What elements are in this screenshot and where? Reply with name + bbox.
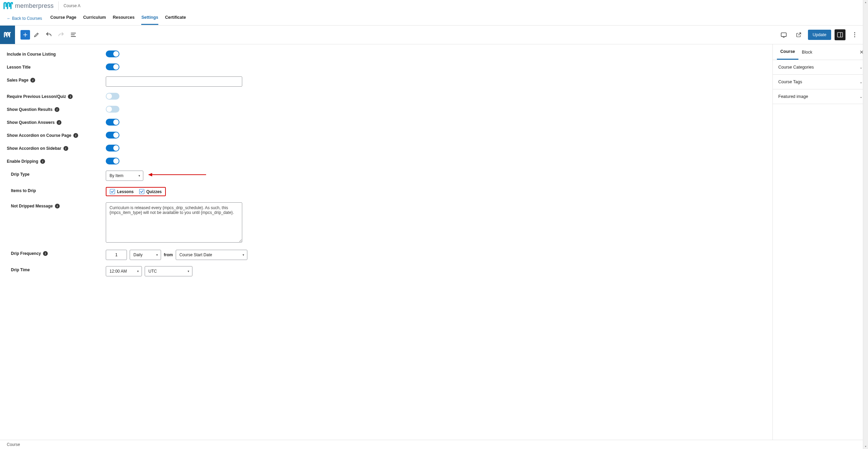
panel-featured-image[interactable]: Featured image ⌄: [773, 89, 868, 104]
info-icon[interactable]: i: [43, 251, 48, 256]
chevron-down-icon: ⌄: [859, 95, 863, 99]
drip-time-value: 12:00 AM: [110, 269, 127, 274]
drip-frequency-from-value: Course Start Date: [179, 252, 212, 257]
tab-curriculum[interactable]: Curriculum: [83, 12, 106, 25]
panel-label: Featured image: [778, 94, 808, 99]
info-icon[interactable]: i: [57, 120, 61, 125]
include-listing-label: Include in Course Listing: [7, 52, 56, 57]
sidebar-tab-course[interactable]: Course: [777, 44, 798, 60]
course-title: Course A: [58, 1, 80, 10]
items-to-drip-label: Items to Drip: [11, 188, 36, 193]
require-prev-toggle[interactable]: [106, 93, 119, 100]
info-icon[interactable]: i: [68, 94, 73, 99]
lesson-title-toggle[interactable]: [106, 63, 119, 70]
sidebar-tab-block[interactable]: Block: [798, 44, 816, 60]
enable-dripping-toggle[interactable]: [106, 158, 119, 164]
not-dripped-label: Not Dripped Message: [11, 204, 53, 208]
not-dripped-textarea[interactable]: [106, 202, 242, 243]
vertical-scrollbar[interactable]: [863, 0, 868, 446]
memberpress-icon: [3, 2, 13, 10]
svg-point-3: [854, 32, 855, 33]
tab-resources[interactable]: Resources: [113, 12, 134, 25]
panel-label: Course Categories: [778, 65, 814, 70]
chevron-down-icon: ▾: [156, 253, 158, 257]
svg-point-4: [854, 34, 855, 35]
undo-icon[interactable]: [43, 29, 55, 41]
show-acc-course-label: Show Accordion on Course Page: [7, 133, 71, 138]
drip-frequency-label: Drip Frequency: [11, 251, 41, 256]
chevron-down-icon: ▾: [139, 174, 140, 177]
drip-frequency-from-select[interactable]: Course Start Date ▾: [176, 250, 247, 260]
info-icon[interactable]: i: [63, 146, 68, 151]
chevron-down-icon: ▾: [137, 270, 139, 273]
include-listing-toggle[interactable]: [106, 50, 119, 57]
panel-course-tags[interactable]: Course Tags ⌄: [773, 75, 868, 89]
drip-timezone-value: UTC: [148, 269, 157, 274]
info-icon[interactable]: i: [30, 78, 35, 83]
brand-text: memberpress: [15, 2, 54, 10]
quizzes-checkbox-label: Quizzes: [146, 189, 162, 194]
show-acc-course-toggle[interactable]: [106, 132, 119, 139]
svg-rect-0: [781, 33, 786, 37]
panel-label: Course Tags: [778, 79, 802, 84]
show-q-answers-toggle[interactable]: [106, 119, 119, 126]
chevron-down-icon: ⌄: [859, 65, 863, 70]
drip-time-select[interactable]: 12:00 AM ▾: [106, 266, 142, 276]
drip-type-value: By Item: [110, 173, 124, 178]
panel-course-categories[interactable]: Course Categories ⌄: [773, 60, 868, 75]
sales-page-label: Sales Page: [7, 78, 28, 83]
svg-point-5: [854, 37, 855, 38]
show-q-results-label: Show Question Results: [7, 107, 53, 112]
lessons-checkbox[interactable]: [110, 189, 115, 194]
require-prev-label: Require Previous Lesson/Quiz: [7, 94, 66, 99]
drip-type-select[interactable]: By Item ▾: [106, 171, 143, 181]
tab-certificate[interactable]: Certificate: [165, 12, 186, 25]
back-to-courses-link[interactable]: ← Back to Courses: [7, 16, 42, 21]
svg-marker-7: [148, 173, 152, 176]
brand-logo: memberpress: [3, 2, 54, 10]
show-q-answers-label: Show Question Answers: [7, 120, 55, 125]
drip-frequency-amount-input[interactable]: [106, 250, 127, 260]
add-block-button[interactable]: [20, 30, 30, 40]
status-text: Course: [7, 442, 20, 446]
info-icon[interactable]: i: [55, 204, 60, 208]
lesson-title-label: Lesson Title: [7, 65, 31, 70]
drip-timezone-select[interactable]: UTC ▾: [145, 266, 192, 276]
chevron-down-icon: ▾: [243, 253, 244, 257]
drip-frequency-unit-value: Daily: [133, 252, 143, 257]
drip-type-label: Drip Type: [11, 172, 29, 177]
update-button[interactable]: Update: [808, 30, 831, 40]
info-icon[interactable]: i: [73, 133, 78, 138]
enable-dripping-label: Enable Dripping: [7, 159, 38, 164]
items-to-drip-highlight: Lessons Quizzes: [106, 187, 166, 196]
tab-course-page[interactable]: Course Page: [50, 12, 76, 25]
info-icon[interactable]: i: [55, 107, 59, 112]
outline-icon[interactable]: [68, 29, 79, 41]
tab-settings[interactable]: Settings: [141, 12, 158, 25]
svg-rect-1: [838, 32, 843, 37]
show-acc-sidebar-toggle[interactable]: [106, 145, 119, 151]
memberpress-badge[interactable]: [0, 26, 15, 44]
from-label: from: [164, 252, 173, 257]
settings-panel-toggle[interactable]: [835, 29, 845, 40]
external-link-icon[interactable]: [793, 29, 805, 41]
drip-frequency-unit-select[interactable]: Daily ▾: [130, 250, 161, 260]
view-icon[interactable]: [778, 29, 790, 41]
redo-icon: [55, 29, 67, 41]
show-q-results-toggle[interactable]: [106, 106, 119, 113]
sales-page-input[interactable]: [106, 76, 242, 87]
info-icon[interactable]: i: [40, 159, 45, 164]
more-options-icon[interactable]: [849, 29, 860, 41]
lessons-checkbox-label: Lessons: [117, 189, 134, 194]
drip-time-label: Drip Time: [11, 267, 30, 272]
chevron-down-icon: ⌄: [859, 80, 863, 84]
edit-tool-icon[interactable]: [31, 29, 42, 41]
show-acc-sidebar-label: Show Accordion on Sidebar: [7, 146, 61, 151]
annotation-arrow: [148, 172, 206, 178]
chevron-down-icon: ▾: [188, 270, 189, 273]
quizzes-checkbox[interactable]: [139, 189, 144, 194]
